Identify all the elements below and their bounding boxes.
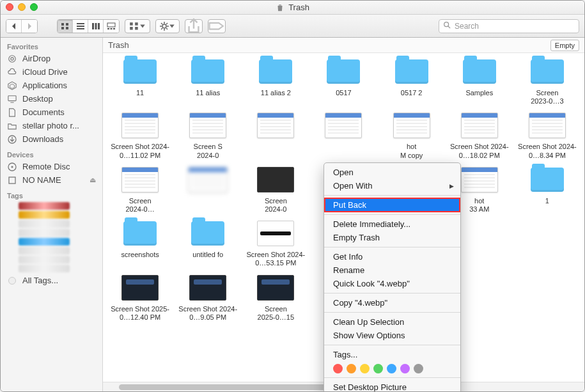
eject-icon[interactable]: ⏏: [90, 176, 96, 184]
file-thumbnail: [120, 57, 160, 86]
file-item[interactable]: Screen Shot 2025-0…12.40 PM: [107, 272, 173, 323]
file-item[interactable]: 0517: [310, 56, 377, 107]
svg-rect-9: [98, 23, 100, 29]
view-mode-segment: [57, 19, 120, 33]
icon-view-button[interactable]: [58, 20, 73, 33]
tag-color-dot[interactable]: [373, 364, 383, 373]
ctx-view-options[interactable]: Show View Options: [324, 329, 460, 342]
maximize-button[interactable]: [30, 3, 38, 11]
applications-icon: [7, 81, 17, 90]
sidebar-item-noname[interactable]: NO NAME ⏏: [1, 173, 102, 187]
main-area: Trash Empty 1111 alias11 alias 205170517…: [103, 38, 584, 391]
tag-color-dot[interactable]: [333, 364, 343, 373]
back-button[interactable]: [6, 20, 22, 33]
file-item[interactable]: Screen Shot 2024-0…18.02 PM: [446, 109, 513, 161]
sidebar-item-desktop[interactable]: Desktop: [1, 92, 102, 106]
drive-icon: [7, 176, 17, 185]
tag-color-dot[interactable]: [360, 364, 370, 373]
ctx-put-back[interactable]: Put Back: [324, 198, 460, 212]
action-dropdown[interactable]: [155, 19, 180, 33]
ctx-separator: [324, 214, 460, 215]
file-item[interactable]: 0517 2: [378, 56, 445, 107]
sidebar-item-folder[interactable]: stellar photo r...: [1, 119, 102, 132]
file-item[interactable]: Screen S2024-0: [175, 109, 241, 161]
ctx-clean-up[interactable]: Clean Up Selection: [324, 315, 460, 329]
empty-trash-button[interactable]: Empty: [550, 40, 579, 51]
share-button[interactable]: [185, 19, 203, 33]
file-item[interactable]: 11 alias: [175, 56, 241, 107]
tag-color-dot[interactable]: [387, 364, 396, 373]
sidebar-item-documents[interactable]: Documents: [1, 106, 102, 119]
search-field[interactable]: Search: [439, 19, 579, 33]
file-label: Screen2024-0…: [125, 197, 154, 214]
sidebar-item-all-tags[interactable]: All Tags...: [1, 274, 102, 287]
file-item[interactable]: Screen Shot 2024-0…11.02 PM: [107, 109, 173, 161]
sidebar-item-applications[interactable]: Applications: [1, 79, 102, 92]
file-label: screenshots: [121, 251, 159, 259]
desktop-icon: [7, 95, 17, 104]
ctx-copy[interactable]: Copy "4.webp": [324, 296, 460, 310]
file-item[interactable]: Screen2025-0…15: [242, 272, 309, 323]
ctx-separator: [324, 293, 460, 294]
ctx-open[interactable]: Open: [324, 166, 460, 179]
file-item[interactable]: Screen2024-0: [242, 164, 309, 215]
file-item[interactable]: Screen Shot 2024-0…9.05 PM: [175, 272, 241, 323]
list-view-button[interactable]: [73, 20, 88, 33]
file-item[interactable]: hotM copy: [378, 109, 445, 161]
sidebar-item-downloads[interactable]: Downloads: [1, 132, 102, 146]
group-by-dropdown[interactable]: [125, 19, 150, 33]
file-label: hot33 AM: [469, 197, 489, 214]
ctx-open-with[interactable]: Open With: [324, 179, 460, 192]
ctx-set-desktop[interactable]: Set Desktop Picture: [324, 380, 460, 391]
ctx-empty-trash[interactable]: Empty Trash: [324, 231, 460, 244]
file-item[interactable]: Screen Shot 2024-0…53.15 PM: [242, 217, 309, 269]
gallery-view-button[interactable]: [104, 20, 119, 33]
file-item[interactable]: [242, 109, 309, 161]
file-item[interactable]: screenshots: [107, 217, 173, 269]
sidebar-item-airdrop[interactable]: AirDrop: [1, 52, 102, 65]
file-item[interactable]: 11: [107, 56, 173, 107]
sidebar-header-devices: Devices: [1, 146, 102, 160]
file-thumbnail: [460, 57, 499, 86]
file-item[interactable]: Screen2023-0…3: [514, 56, 581, 107]
file-thumbnail: [188, 165, 228, 194]
file-item[interactable]: 1: [514, 164, 581, 215]
file-item[interactable]: untitled fo: [175, 217, 241, 269]
file-label: 0517 2: [401, 89, 423, 97]
file-item[interactable]: Samples: [446, 56, 513, 107]
ctx-delete-immediately[interactable]: Delete Immediately...: [324, 217, 460, 231]
sidebar-label: NO NAME: [22, 175, 61, 185]
file-item[interactable]: 11 alias 2: [242, 56, 309, 107]
all-tags-icon: [7, 277, 17, 285]
svg-rect-5: [77, 26, 84, 27]
tags-button[interactable]: [208, 19, 226, 33]
file-item[interactable]: Screen2024-0…: [107, 164, 173, 215]
file-item[interactable]: Screen Shot 2024-0…8.34 PM: [514, 109, 581, 161]
forward-button[interactable]: [22, 20, 37, 33]
ctx-rename[interactable]: Rename: [324, 263, 460, 277]
ctx-get-info[interactable]: Get Info: [324, 250, 460, 263]
svg-rect-31: [8, 95, 16, 100]
sidebar-item-remote-disc[interactable]: Remote Disc: [1, 160, 102, 173]
column-view-button[interactable]: [88, 20, 104, 33]
file-thumbnail: [392, 57, 432, 86]
scrollbar-thumb[interactable]: [119, 384, 336, 390]
close-button[interactable]: [6, 3, 13, 11]
file-item[interactable]: [310, 109, 377, 161]
sidebar-header-tags: Tags: [1, 187, 102, 201]
sidebar-item-icloud[interactable]: iCloud Drive: [1, 65, 102, 79]
svg-rect-0: [61, 23, 64, 26]
file-thumbnail: [256, 165, 295, 194]
file-item[interactable]: [175, 164, 241, 215]
svg-rect-10: [107, 23, 115, 27]
ctx-quick-look[interactable]: Quick Look "4.webp": [324, 277, 460, 290]
folder-icon: [7, 122, 17, 130]
ctx-tags[interactable]: Tags...: [324, 348, 460, 361]
tag-color-dot[interactable]: [347, 364, 356, 373]
tag-color-dot[interactable]: [400, 364, 410, 373]
tag-color-dot[interactable]: [414, 364, 423, 373]
minimize-button[interactable]: [18, 3, 26, 11]
svg-rect-36: [9, 177, 15, 184]
file-thumbnail: [188, 273, 228, 302]
svg-rect-15: [135, 22, 138, 26]
